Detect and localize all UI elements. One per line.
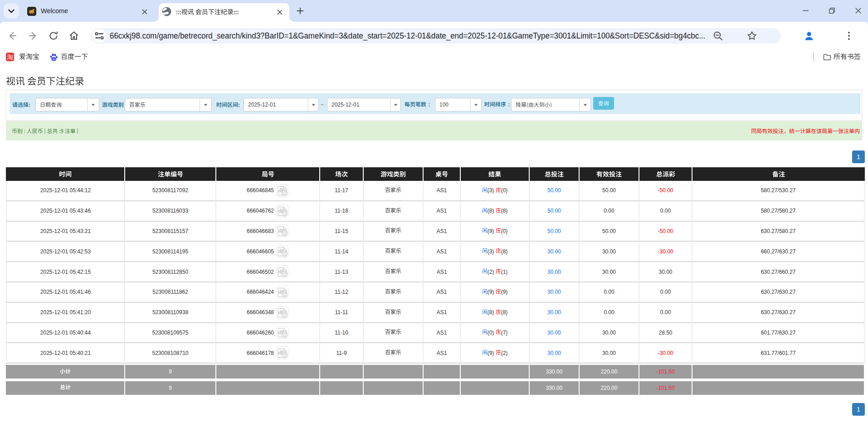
svg-text:du: du	[52, 58, 56, 61]
